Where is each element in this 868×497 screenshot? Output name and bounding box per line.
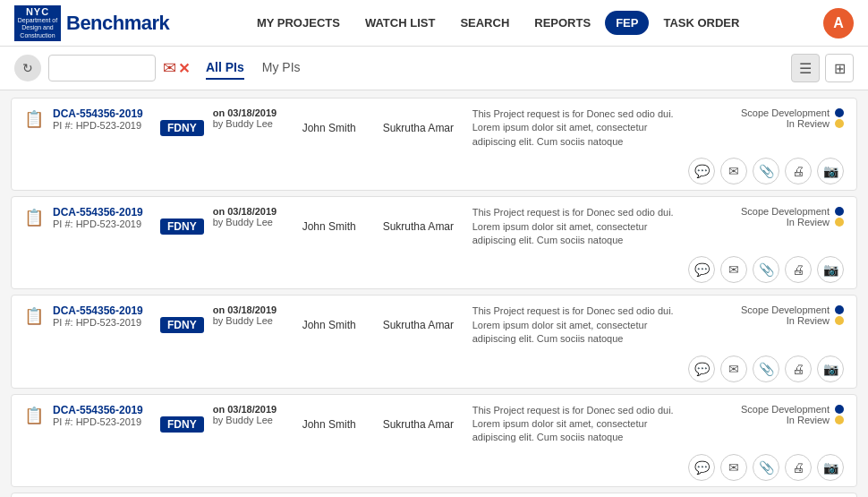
print-button[interactable]: 🖨	[785, 256, 812, 283]
pi-card: 📋 DCA-554356-2019 PI #: HPD-523-2019 FDN…	[11, 394, 857, 487]
person2-name: Sukrutha Amar	[383, 418, 464, 431]
nav-task-order[interactable]: TASK ORDER	[652, 11, 750, 35]
nav-my-projects[interactable]: MY PROJECTS	[246, 11, 351, 35]
agency-badge: FDNY	[160, 219, 204, 235]
inbox-button[interactable]: ✉ ✕	[163, 58, 190, 78]
nav-watch-list[interactable]: WATCH LIST	[354, 11, 446, 35]
pi-info: DCA-554356-2019 PI #: HPD-523-2019	[53, 404, 151, 427]
inbox-icon: ✉	[163, 58, 176, 78]
status1-dot	[835, 405, 844, 414]
tab-my-pis[interactable]: My PIs	[262, 56, 301, 80]
status2-label: In Review	[787, 415, 830, 425]
person2-name: Sukrutha Amar	[383, 220, 464, 233]
document-icon: 📋	[24, 109, 44, 129]
image-button[interactable]: 📷	[817, 158, 844, 184]
logo-block: NYC Department ofDesign andConstruction …	[14, 5, 169, 41]
description: This Project request is for Donec sed od…	[472, 304, 692, 346]
attachment-button[interactable]: 📎	[753, 256, 779, 283]
status1-label: Scope Development	[741, 206, 830, 217]
print-button[interactable]: 🖨	[785, 454, 812, 481]
refresh-button[interactable]: ↻	[14, 55, 41, 81]
pi-number: PI #: HPD-523-2019	[53, 317, 151, 328]
pi-card: 📋 DCA-554356-2019 PI #: HPD-523-2019 FDN…	[11, 98, 857, 191]
attachment-button[interactable]: 📎	[753, 454, 779, 481]
mail-button[interactable]: ✉	[720, 454, 747, 481]
pi-id: DCA-554356-2019	[53, 107, 151, 120]
user-avatar[interactable]: A	[823, 8, 854, 39]
print-button[interactable]: 🖨	[785, 356, 812, 382]
pi-info: DCA-554356-2019 PI #: HPD-523-2019	[53, 206, 151, 229]
attachment-button[interactable]: 📎	[753, 356, 779, 382]
image-button[interactable]: 📷	[817, 256, 844, 283]
date: on 03/18/2019	[213, 404, 294, 415]
date: on 03/18/2019	[213, 304, 294, 315]
date-block: on 03/18/2019 by Buddy Lee	[213, 107, 294, 129]
nav-search[interactable]: SEARCH	[449, 11, 520, 35]
status-block: Scope Development In Review	[701, 404, 844, 425]
comment-button[interactable]: 💬	[688, 356, 715, 382]
description: This Project request is for Donec sed od…	[472, 404, 692, 445]
status2-label: In Review	[787, 217, 830, 227]
attachment-button[interactable]: 📎	[753, 158, 779, 184]
status2-label: In Review	[787, 315, 830, 326]
by-person: by Buddy Lee	[213, 315, 294, 326]
comment-button[interactable]: 💬	[688, 454, 715, 481]
agency-badge: FDNY	[160, 416, 204, 433]
person2-name: Sukrutha Amar	[383, 122, 464, 134]
grid-view-button[interactable]: ⊞	[825, 54, 854, 82]
status1-label: Scope Development	[741, 107, 830, 118]
document-icon: 📋	[24, 306, 44, 326]
nav-reports[interactable]: REPORTS	[523, 11, 601, 35]
status2-dot	[835, 316, 844, 325]
by-person: by Buddy Lee	[213, 118, 294, 129]
toolbar: ↻ ✉ ✕ All PIs My PIs ☰ ⊞	[0, 47, 868, 90]
print-button[interactable]: 🖨	[785, 158, 812, 184]
mail-button[interactable]: ✉	[720, 256, 747, 283]
date-block: on 03/18/2019 by Buddy Lee	[213, 304, 294, 326]
comment-button[interactable]: 💬	[688, 256, 715, 283]
header: NYC Department ofDesign andConstruction …	[0, 0, 868, 47]
image-button[interactable]: 📷	[817, 454, 844, 481]
list-view-button[interactable]: ☰	[791, 54, 820, 82]
by-person: by Buddy Lee	[213, 217, 294, 227]
status-block: Scope Development In Review	[701, 107, 844, 129]
status-block: Scope Development In Review	[701, 206, 844, 227]
pi-id: DCA-554356-2019	[53, 206, 151, 219]
person1-name: John Smith	[302, 319, 374, 331]
comment-button[interactable]: 💬	[688, 158, 715, 184]
mail-button[interactable]: ✉	[720, 356, 747, 382]
status2-dot	[835, 416, 844, 424]
search-input[interactable]	[48, 55, 156, 81]
main-nav: MY PROJECTS WATCH LIST SEARCH REPORTS FE…	[183, 11, 813, 35]
nyc-logo: NYC Department ofDesign andConstruction	[14, 5, 61, 41]
date-block: on 03/18/2019 by Buddy Lee	[213, 206, 294, 227]
tab-all-pis[interactable]: All PIs	[206, 56, 244, 80]
status1-dot	[835, 108, 844, 117]
pi-number: PI #: HPD-523-2019	[53, 120, 151, 131]
status2-label: In Review	[787, 118, 830, 129]
by-person: by Buddy Lee	[213, 415, 294, 425]
person2-name: Sukrutha Amar	[383, 319, 464, 331]
description: This Project request is for Donec sed od…	[472, 206, 692, 247]
nyc-text: NYC	[26, 6, 49, 17]
status-block: Scope Development In Review	[701, 304, 844, 326]
pi-number: PI #: HPD-523-2019	[53, 416, 151, 427]
agency-badge: FDNY	[160, 120, 204, 136]
date: on 03/18/2019	[213, 206, 294, 217]
person1-name: John Smith	[302, 220, 374, 233]
mail-button[interactable]: ✉	[720, 158, 747, 184]
close-icon: ✕	[178, 60, 190, 77]
content-area: 📋 DCA-554356-2019 PI #: HPD-523-2019 FDN…	[0, 90, 868, 497]
pi-card: 📋 DCA-554356-2019 PI #: HPD-523-2019 FDN…	[11, 196, 857, 289]
pi-number: PI #: HPD-523-2019	[53, 219, 151, 229]
dept-text: Department ofDesign andConstruction	[18, 17, 57, 39]
pi-info: DCA-554356-2019 PI #: HPD-523-2019	[53, 107, 151, 131]
date-block: on 03/18/2019 by Buddy Lee	[213, 404, 294, 425]
person1-name: John Smith	[302, 418, 374, 431]
pi-id: DCA-554356-2019	[53, 404, 151, 416]
nav-fep[interactable]: FEP	[605, 11, 649, 35]
person1-name: John Smith	[302, 122, 374, 134]
image-button[interactable]: 📷	[817, 356, 844, 382]
document-icon: 📋	[24, 208, 44, 227]
status2-dot	[835, 119, 844, 128]
